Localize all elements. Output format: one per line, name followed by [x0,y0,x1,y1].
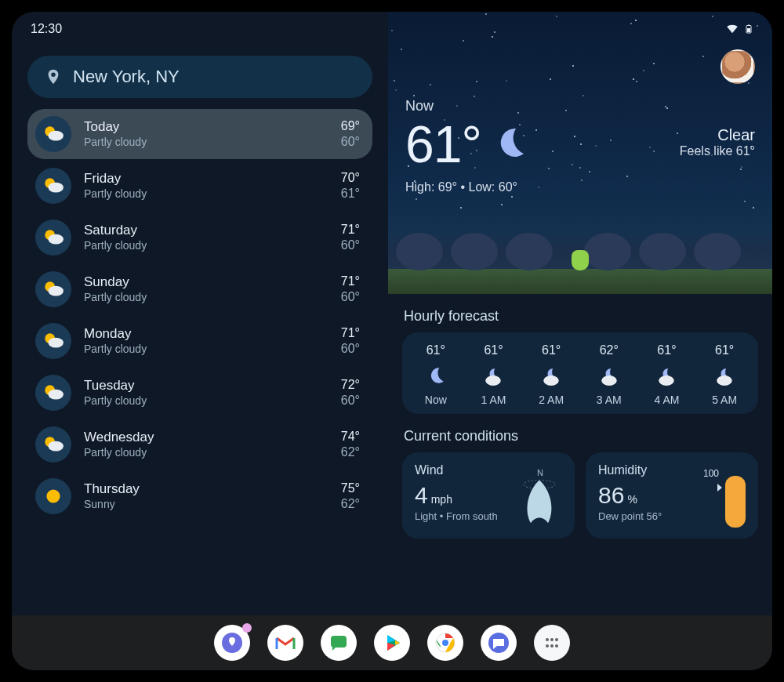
weather-frog [572,250,589,270]
day-row-sunday[interactable]: Sunday Partly cloudy 71° 60° [27,264,372,314]
hour-5am[interactable]: 61° 5 AM [699,343,750,406]
hour-3am[interactable]: 62° 3 AM [584,343,634,406]
day-name: Wednesday [84,430,328,445]
day-row-wednesday[interactable]: Wednesday Partly cloudy 74° 62° [27,419,372,470]
hourly-card[interactable]: 61° Now 61° 1 AM 61° 2 AM 62° 3 AM 61° 4… [402,332,758,414]
play-store-icon [381,632,403,654]
moon-icon [491,124,528,165]
dock-gmail[interactable] [267,625,303,661]
hour-label: Now [411,394,461,406]
day-low: 60° [341,289,360,305]
dock-play-store[interactable] [374,625,410,661]
day-condition: Partly cloudy [84,394,328,408]
day-low: 61° [341,186,360,201]
profile-avatar[interactable] [720,49,755,84]
day-row-monday[interactable]: Monday Partly cloudy 71° 60° [27,316,372,366]
day-row-tuesday[interactable]: Tuesday Partly cloudy 72° 60° [27,368,372,418]
day-condition: Partly cloudy [84,291,328,304]
hour-temp: 61° [468,343,518,357]
current-temp: 61° [405,114,481,174]
device-frame: 12:30 New York, NY Today Partly cloudy 6… [12,12,772,670]
location-chip[interactable]: New York, NY [27,56,372,98]
day-name: Monday [84,326,328,342]
hour-temp: 61° [641,343,691,357]
now-label: Now [405,98,528,114]
day-name: Saturday [84,223,328,238]
moon-icon [411,364,461,387]
svg-point-13 [441,639,449,647]
day-name: Tuesday [84,378,328,394]
hero-condition: Clear [680,126,755,144]
ground [388,269,772,294]
gmail-icon [274,632,296,654]
wind-compass-icon [517,476,562,526]
hero-content: Now 61° High: 69° • Low: 60° Clear Feels… [405,98,755,194]
dock-chrome[interactable] [427,625,463,661]
partly-cloudy-icon [35,323,71,359]
day-low: 62° [341,496,360,512]
day-high: 72° [341,377,360,393]
day-high: 74° [341,429,360,444]
day-low: 60° [341,393,360,408]
day-high: 71° [341,274,360,289]
hour-4am[interactable]: 61° 4 AM [641,343,691,406]
sunny-icon [35,478,71,514]
detail-pane: Now 61° High: 69° • Low: 60° Clear Feels… [388,12,772,615]
hour-2am[interactable]: 61° 2 AM [526,343,576,406]
wifi-icon [725,22,739,36]
chat-icon [328,632,350,654]
day-row-saturday[interactable]: Saturday Partly cloudy 71° 60° [27,212,372,263]
partly-cloudy-icon [35,116,71,152]
dock-messages[interactable] [481,625,517,661]
conditions-title: Current conditions [404,428,757,444]
cloudy-night-icon [641,364,691,387]
location-name: New York, NY [73,67,180,87]
day-high: 71° [341,325,360,341]
dock-location-app[interactable] [214,625,250,661]
cloudy-night-icon [699,364,750,387]
hour-temp: 61° [526,343,576,357]
day-condition: Partly cloudy [84,446,328,459]
dock-app-drawer[interactable] [534,625,570,661]
location-pin-icon [45,68,62,85]
hour-temp: 62° [584,343,634,357]
humidity-unit: % [627,493,637,506]
humidity-max-label: 100 [703,468,719,479]
svg-point-18 [546,644,549,648]
hero-feels-like: Feels like 61° [680,144,755,158]
hourly-title: Hourly forecast [404,308,757,325]
hero-hilo: High: 69° • Low: 60° [405,180,528,194]
day-high: 69° [341,118,360,134]
day-row-today[interactable]: Today Partly cloudy 69° 60° [27,109,372,159]
humidity-card[interactable]: Humidity 86 % Dew point 56° 100 [586,452,758,539]
day-condition: Partly cloudy [84,136,328,149]
hour-1am[interactable]: 61° 1 AM [468,343,518,406]
svg-point-20 [555,644,558,648]
cloudy-night-icon [468,364,518,387]
day-name: Friday [84,171,328,187]
notification-badge [242,623,252,633]
partly-cloudy-icon [35,271,71,307]
day-row-friday[interactable]: Friday Partly cloudy 70° 61° [27,161,372,211]
svg-point-17 [555,638,558,641]
day-row-thursday[interactable]: Thursday Sunny 75° 62° [27,471,372,521]
day-low: 60° [341,341,360,357]
day-name: Sunday [84,274,328,290]
partly-cloudy-icon [35,375,71,411]
day-condition: Partly cloudy [84,187,328,201]
day-high: 75° [341,481,360,496]
partly-cloudy-icon [35,168,71,204]
hour-label: 2 AM [526,394,576,406]
humidity-marker-icon [717,484,722,492]
day-low: 60° [341,238,360,253]
wind-card[interactable]: Wind 4 mph Light • From south N [402,452,575,539]
dock-chat[interactable] [321,625,357,661]
conditions-row: Wind 4 mph Light • From south N Humidity… [402,452,758,539]
forecast-list-pane: New York, NY Today Partly cloudy 69° 60°… [12,46,388,615]
day-high: 71° [341,222,360,238]
hour-label: 5 AM [699,394,750,406]
day-condition: Sunny [84,498,328,511]
status-time: 12:30 [31,22,62,36]
hour-now[interactable]: 61° Now [411,343,461,406]
hour-label: 4 AM [641,394,691,406]
